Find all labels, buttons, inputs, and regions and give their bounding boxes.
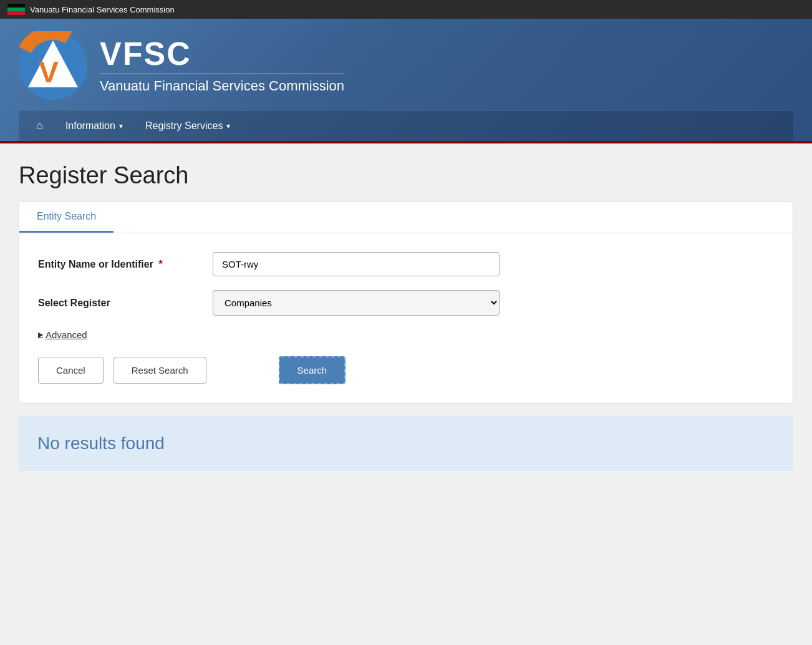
chevron-down-icon-2: ▾ — [226, 122, 230, 130]
header: V VFSC Vanuatu Financial Services Commis… — [0, 19, 812, 141]
select-register-label: Select Register — [38, 298, 213, 309]
logo: V — [19, 31, 87, 100]
nav-registry-services[interactable]: Registry Services ▾ — [134, 112, 241, 140]
entity-name-input[interactable] — [213, 252, 500, 276]
nav-home[interactable]: ⌂ — [25, 110, 54, 141]
entity-name-label: Entity Name or Identifier * — [38, 259, 213, 270]
advanced-link[interactable]: ▶ Advanced — [38, 329, 774, 340]
topbar: Vanuatu Financial Services Commission — [0, 0, 812, 19]
tab-entity-search[interactable]: Entity Search — [19, 202, 114, 233]
org-fullname: Vanuatu Financial Services Commission — [100, 78, 344, 94]
results-panel: No results found — [19, 416, 793, 471]
search-button[interactable]: Search — [279, 356, 346, 384]
nav-registry-label: Registry Services — [145, 120, 223, 132]
required-indicator: * — [158, 259, 162, 269]
form-body: Entity Name or Identifier * Select Regis… — [19, 233, 793, 403]
tabs: Entity Search — [19, 202, 793, 233]
advanced-row: ▶ Advanced — [38, 329, 774, 340]
tab-container: Entity Search Entity Name or Identifier … — [19, 201, 793, 404]
topbar-org-name: Vanuatu Financial Services Commission — [30, 5, 175, 14]
buttons-row: Cancel Reset Search Search — [38, 354, 774, 384]
svg-text:V: V — [39, 56, 59, 89]
reset-search-button[interactable]: Reset Search — [114, 357, 206, 384]
cancel-button[interactable]: Cancel — [38, 357, 104, 384]
page-title: Register Search — [19, 162, 793, 189]
select-register-row: Select Register Companies Businesses Inc… — [38, 290, 774, 316]
advanced-label: Advanced — [46, 329, 87, 340]
register-select[interactable]: Companies Businesses Incorporated Associ… — [213, 290, 500, 316]
entity-name-row: Entity Name or Identifier * — [38, 252, 774, 276]
no-results-heading: No results found — [37, 434, 775, 453]
chevron-down-icon: ▾ — [119, 122, 123, 130]
nav-information-label: Information — [65, 120, 115, 132]
org-acronym: VFSC — [100, 37, 344, 70]
main-content: Register Search Entity Search Entity Nam… — [0, 143, 812, 490]
main-nav: ⌂ Information ▾ Registry Services ▾ — [19, 110, 793, 141]
triangle-icon: ▶ — [38, 331, 43, 339]
flag-icon — [7, 4, 25, 15]
nav-information[interactable]: Information ▾ — [54, 112, 134, 140]
org-name-block: VFSC Vanuatu Financial Services Commissi… — [100, 37, 344, 94]
home-icon: ⌂ — [36, 119, 43, 132]
